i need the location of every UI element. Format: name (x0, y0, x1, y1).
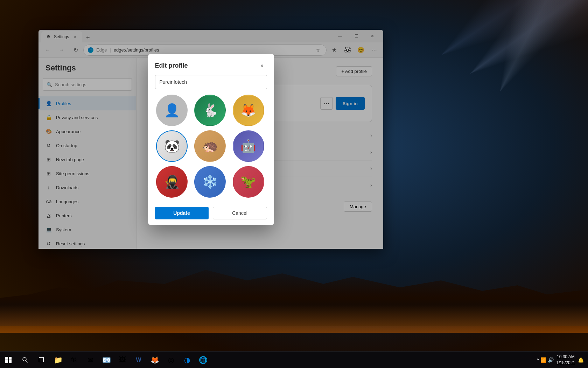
mail-icon: ✉ (88, 356, 93, 364)
taskbar: ❐ 📁 🛍 ✉ 📧 🖼 W 🦊 ◎ ◑ 🌐 ^ 📶 🔊 10:30 AM 1/1… (0, 351, 588, 368)
horizon-glow (0, 305, 588, 333)
store-button[interactable]: 🛍 (66, 352, 82, 368)
edge2-button[interactable]: 🌐 (195, 352, 211, 368)
modal-close-button[interactable]: × (257, 61, 267, 71)
system-clock[interactable]: 10:30 AM 1/15/2021 (556, 354, 575, 366)
modal-title: Edit profile (155, 62, 188, 69)
update-button[interactable]: Update (155, 207, 209, 219)
svg-line-5 (26, 361, 28, 362)
svg-rect-2 (5, 360, 8, 363)
taskbar-right: ^ 📶 🔊 10:30 AM 1/15/2021 🔔 (537, 354, 588, 366)
browser-window: ⚙ Settings × + — ☐ ✕ ← → ↻ e Edge | edge… (38, 30, 383, 249)
cancel-button[interactable]: Cancel (213, 207, 267, 219)
taskbar-app-icons: 📁 🛍 ✉ 📧 🖼 W 🦊 ◎ ◑ 🌐 (50, 352, 211, 368)
modal-footer: Update Cancel (148, 201, 274, 225)
edge-icon: ◑ (184, 356, 190, 364)
avatar-option-yeti[interactable]: ❄️ (194, 166, 226, 198)
clock-date: 1/15/2021 (556, 360, 575, 366)
avatar-option-hedgehog[interactable]: 🦔 (194, 130, 226, 162)
avatar-option-panda[interactable]: 🐼 (156, 130, 188, 162)
photos-icon: 🖼 (119, 356, 126, 364)
avatar-option-dino[interactable]: 🦖 (233, 166, 264, 198)
svg-rect-1 (9, 357, 12, 360)
chevron-icon[interactable]: ^ (537, 357, 539, 362)
store-icon: 🛍 (71, 356, 78, 364)
chrome-button[interactable]: ◎ (163, 352, 178, 368)
profile-name-input[interactable] (155, 75, 267, 89)
notification-icon[interactable]: 🔔 (578, 357, 584, 363)
windows-logo-icon (5, 357, 12, 363)
folder-icon: 📁 (54, 356, 63, 364)
outlook-button[interactable]: 📧 (99, 352, 114, 368)
outlook-icon: 📧 (102, 356, 111, 364)
start-button[interactable] (0, 352, 17, 368)
task-view-button[interactable]: ❐ (34, 352, 49, 368)
avatar-option-robot[interactable]: 🤖 (233, 130, 264, 162)
system-tray: ^ 📶 🔊 (537, 357, 554, 363)
avatar-option-fox[interactable]: 🦊 (233, 95, 264, 126)
clock-time: 10:30 AM (556, 354, 575, 360)
avatar-option-default[interactable]: 👤 (156, 95, 188, 126)
chrome-icon: ◎ (168, 356, 174, 364)
edge-button[interactable]: ◑ (179, 352, 195, 368)
firefox-icon: 🦊 (150, 356, 159, 364)
svg-rect-0 (5, 357, 8, 360)
avatar-option-ninja[interactable]: 🥷 (156, 166, 188, 198)
search-icon (22, 357, 28, 363)
mail-button[interactable]: ✉ (83, 352, 98, 368)
svg-point-4 (23, 357, 26, 361)
file-explorer-button[interactable]: 📁 (50, 352, 66, 368)
avatar-grid: 👤🐇🦊🐼🦔🤖🥷❄️🦖🌿⭐💧 (155, 95, 267, 200)
word-icon: W (136, 357, 141, 363)
modal-header: Edit profile × (148, 54, 274, 75)
taskbar-search-button[interactable] (17, 352, 34, 368)
task-view-icon: ❐ (38, 356, 44, 364)
edge2-icon: 🌐 (199, 356, 208, 364)
photos-button[interactable]: 🖼 (115, 352, 130, 368)
word-button[interactable]: W (131, 352, 146, 368)
volume-icon[interactable]: 🔊 (548, 357, 554, 363)
modal-body: 👤🐇🦊🐼🦔🤖🥷❄️🦖🌿⭐💧 (148, 75, 274, 200)
modal-overlay: Edit profile × 👤🐇🦊🐼🦔🤖🥷❄️🦖🌿⭐💧 Update Canc… (38, 30, 383, 249)
svg-rect-3 (9, 360, 12, 363)
firefox-button[interactable]: 🦊 (147, 352, 162, 368)
network-icon[interactable]: 📶 (540, 357, 546, 363)
avatar-option-rabbit[interactable]: 🐇 (194, 95, 226, 126)
edit-profile-modal: Edit profile × 👤🐇🦊🐼🦔🤖🥷❄️🦖🌿⭐💧 Update Canc… (148, 54, 274, 225)
